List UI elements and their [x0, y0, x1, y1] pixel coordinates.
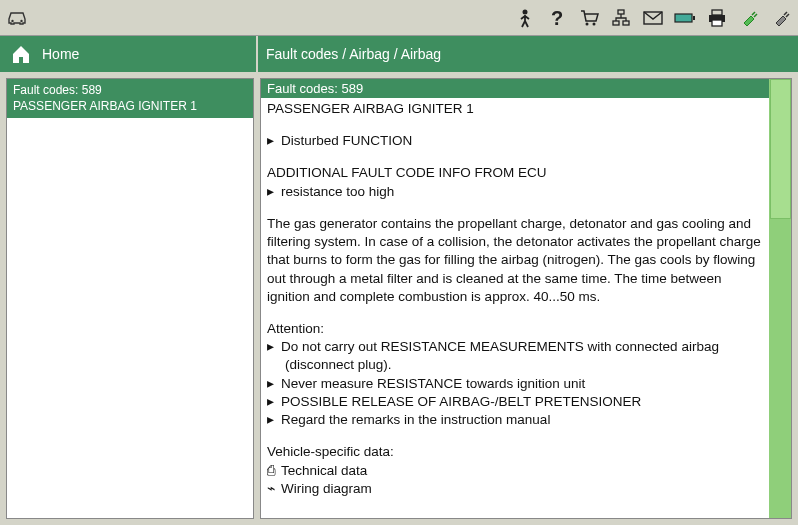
svg-rect-12 [712, 10, 722, 15]
sidebar-fault-name: PASSENGER AIRBAG IGNITER 1 [13, 99, 247, 115]
battery-icon[interactable] [674, 7, 696, 29]
svg-rect-11 [693, 16, 695, 20]
function-line: Disturbed FUNCTION [281, 132, 763, 150]
vsd-link-wiring[interactable]: Wiring diagram [281, 480, 763, 498]
content-panel: Fault codes: 589 PASSENGER AIRBAG IGNITE… [260, 78, 792, 519]
svg-rect-7 [613, 21, 619, 25]
ecu-header: ADDITIONAL FAULT CODE INFO FROM ECU [267, 164, 763, 182]
navbar: Home Fault codes / Airbag / Airbag [0, 36, 798, 72]
topbar: ? [0, 0, 798, 36]
sidebar: Fault codes: 589 PASSENGER AIRBAG IGNITE… [6, 78, 254, 519]
svg-point-0 [11, 19, 13, 21]
breadcrumb: Fault codes / Airbag / Airbag [258, 36, 798, 72]
scrollbar-thumb[interactable] [770, 79, 791, 219]
svg-rect-10 [675, 14, 692, 22]
ecu-item: resistance too high [281, 183, 763, 201]
attention-item-cont: (disconnect plug). [267, 356, 763, 374]
nav-home-button[interactable]: Home [0, 36, 258, 72]
wiring-icon: ⌁ [267, 480, 281, 498]
content-header: Fault codes: 589 [261, 79, 769, 98]
svg-rect-8 [623, 21, 629, 25]
svg-rect-6 [618, 10, 624, 14]
scrollbar[interactable] [769, 79, 791, 518]
breadcrumb-text: Fault codes / Airbag / Airbag [266, 46, 441, 62]
print-icon[interactable] [706, 7, 728, 29]
mail-icon[interactable] [642, 7, 664, 29]
vsd-link-techdata[interactable]: Technical data [281, 462, 763, 480]
help-icon[interactable]: ? [546, 7, 568, 29]
svg-point-1 [20, 19, 22, 21]
svg-point-5 [593, 22, 596, 25]
car-icon[interactable] [6, 7, 28, 29]
fault-title: PASSENGER AIRBAG IGNITER 1 [267, 100, 763, 118]
home-icon [10, 44, 32, 64]
cart-icon[interactable] [578, 7, 600, 29]
svg-text:?: ? [551, 8, 563, 28]
description: The gas generator contains the propellan… [267, 215, 763, 306]
attention-item: POSSIBLE RELEASE OF AIRBAG-/BELT PRETENS… [281, 393, 763, 411]
attention-item: Regard the remarks in the instruction ma… [281, 411, 763, 429]
person-icon[interactable] [514, 7, 536, 29]
connector-icon[interactable] [770, 7, 792, 29]
svg-point-4 [586, 22, 589, 25]
connector-green-icon[interactable] [738, 7, 760, 29]
attention-item: Never measure RESISTANCE towards ignitio… [281, 375, 763, 393]
tech-data-icon: ⎙ [267, 462, 281, 480]
vsd-label: Vehicle-specific data: [267, 443, 763, 461]
nav-home-label: Home [42, 46, 79, 62]
content-body: PASSENGER AIRBAG IGNITER 1 ▸Disturbed FU… [261, 98, 769, 504]
network-icon[interactable] [610, 7, 632, 29]
svg-point-2 [523, 9, 528, 14]
svg-rect-14 [712, 20, 722, 26]
attention-item: Do not carry out RESISTANCE MEASUREMENTS… [281, 338, 763, 356]
attention-label: Attention: [267, 320, 763, 338]
sidebar-item[interactable]: Fault codes: 589 PASSENGER AIRBAG IGNITE… [7, 79, 253, 118]
sidebar-fault-code: Fault codes: 589 [13, 83, 247, 99]
